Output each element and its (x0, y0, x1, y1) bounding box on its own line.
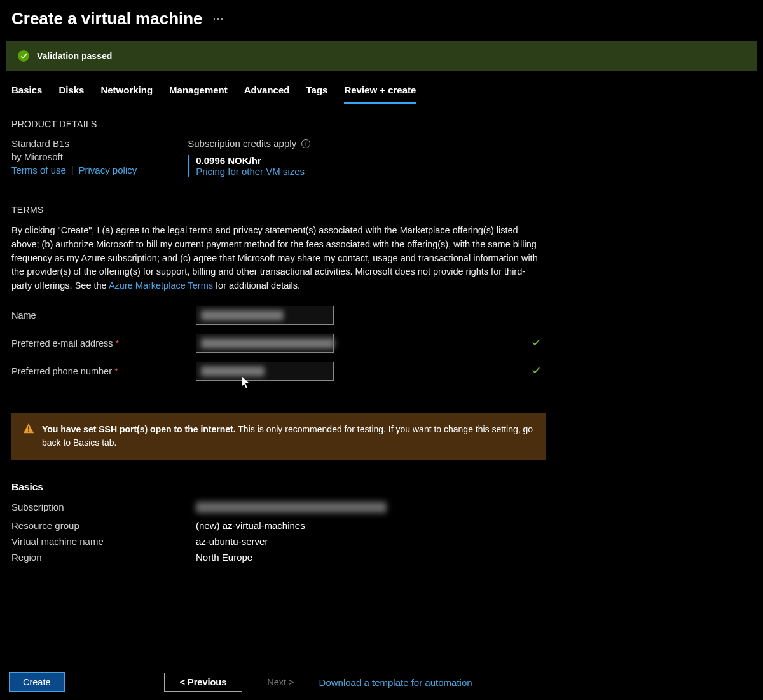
check-icon (18, 50, 29, 62)
tab-management[interactable]: Management (169, 85, 228, 104)
vm-name-label: Virtual machine name (11, 536, 196, 547)
email-label: Preferred e-mail address (11, 338, 113, 348)
basics-summary-section: Basics Subscription Resource group (new)… (11, 481, 752, 563)
phone-label: Preferred phone number (11, 366, 112, 376)
create-button[interactable]: Create (9, 672, 65, 692)
terms-body: By clicking "Create", I (a) agree to the… (11, 224, 539, 293)
product-details-header: PRODUCT DETAILS (11, 119, 752, 129)
product-vendor: by Microsoft (11, 151, 137, 162)
product-name: Standard B1s (11, 138, 137, 149)
page-title: Create a virtual machine (11, 9, 203, 29)
more-icon[interactable]: ··· (213, 12, 224, 25)
region-label: Region (11, 552, 196, 563)
validation-text: Validation passed (37, 51, 112, 61)
tab-networking[interactable]: Networking (100, 85, 153, 104)
tabs: Basics Disks Networking Management Advan… (0, 71, 763, 104)
tab-advanced[interactable]: Advanced (244, 85, 290, 104)
privacy-policy-link[interactable]: Privacy policy (79, 165, 137, 175)
subscription-value (196, 502, 752, 515)
tab-review-create[interactable]: Review + create (344, 85, 416, 104)
tab-basics[interactable]: Basics (11, 85, 42, 104)
price-value: 0.0996 NOK/hr (196, 155, 310, 166)
resource-group-label: Resource group (11, 520, 196, 531)
resource-group-value: (new) az-virtual-machines (196, 520, 752, 531)
name-label: Name (11, 310, 196, 320)
region-value: North Europe (196, 552, 752, 563)
download-template-link[interactable]: Download a template for automation (319, 677, 472, 688)
terms-text-suffix: for additional details. (213, 280, 300, 291)
terms-header: TERMS (11, 205, 752, 215)
credits-label: Subscription credits apply (188, 138, 296, 149)
vm-name-value: az-ubuntu-server (196, 536, 752, 547)
check-icon (532, 338, 540, 348)
pricing-link[interactable]: Pricing for other VM sizes (196, 166, 310, 177)
tab-tags[interactable]: Tags (306, 85, 327, 104)
azure-marketplace-terms-link[interactable]: Azure Marketplace Terms (109, 280, 213, 291)
warning-bold-text: You have set SSH port(s) open to the int… (42, 424, 236, 434)
next-button: Next > (254, 673, 307, 692)
footer: Create < Previous Next > Download a temp… (0, 664, 763, 700)
svg-rect-0 (28, 426, 29, 429)
terms-section: TERMS By clicking "Create", I (a) agree … (11, 205, 752, 381)
svg-rect-1 (28, 430, 29, 432)
validation-banner: Validation passed (6, 41, 757, 71)
warning-icon (23, 423, 34, 450)
product-details-section: PRODUCT DETAILS Standard B1s by Microsof… (11, 119, 752, 177)
page-header: Create a virtual machine ··· (0, 0, 763, 35)
info-icon[interactable]: i (301, 139, 310, 148)
terms-of-use-link[interactable]: Terms of use (11, 165, 66, 175)
check-icon (532, 366, 540, 376)
ssh-warning-banner: You have set SSH port(s) open to the int… (11, 413, 546, 460)
required-mark: * (116, 338, 120, 348)
previous-button[interactable]: < Previous (164, 673, 243, 692)
subscription-label: Subscription (11, 502, 196, 515)
tab-disks[interactable]: Disks (58, 85, 84, 104)
required-mark: * (114, 366, 118, 376)
basics-header: Basics (11, 481, 752, 493)
